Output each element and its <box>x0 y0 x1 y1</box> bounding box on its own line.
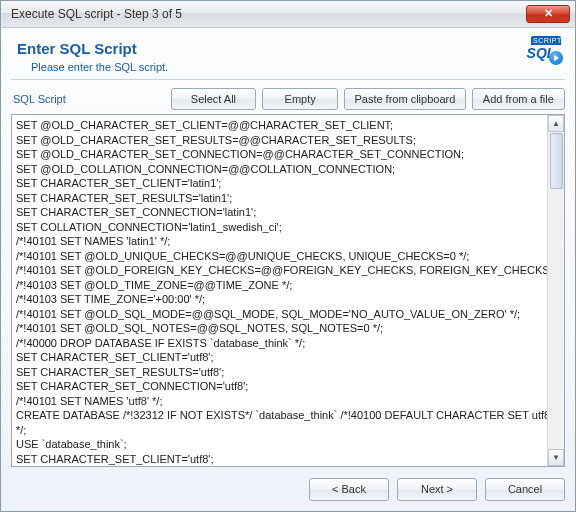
select-all-button[interactable]: Select All <box>171 88 257 110</box>
titlebar[interactable]: Execute SQL script - Step 3 of 5 ✕ <box>0 0 576 28</box>
wizard-header: Enter SQL Script Please enter the SQL sc… <box>11 36 565 80</box>
empty-button[interactable]: Empty <box>262 88 338 110</box>
window-title: Execute SQL script - Step 3 of 5 <box>11 7 526 21</box>
scroll-up-button[interactable]: ▲ <box>548 115 564 132</box>
sql-script-label: SQL Script <box>11 93 165 105</box>
page-subtitle: Please enter the SQL script. <box>31 61 563 73</box>
script-badge-tab: SCRIPT <box>531 36 561 45</box>
back-button[interactable]: < Back <box>309 478 389 501</box>
cancel-button[interactable]: Cancel <box>485 478 565 501</box>
script-badge: SCRIPT SQL <box>521 36 561 61</box>
sql-script-textarea[interactable] <box>12 115 547 466</box>
play-icon <box>549 51 563 65</box>
sql-textarea-container: ▲ ▼ <box>11 114 565 467</box>
scrollbar[interactable]: ▲ ▼ <box>547 115 564 466</box>
script-badge-text: SQL <box>521 45 561 61</box>
close-button[interactable]: ✕ <box>526 5 570 23</box>
close-icon: ✕ <box>544 7 553 19</box>
next-button[interactable]: Next > <box>397 478 477 501</box>
window-body: Enter SQL Script Please enter the SQL sc… <box>0 28 576 512</box>
scroll-down-button[interactable]: ▼ <box>548 449 564 466</box>
scroll-thumb[interactable] <box>550 133 563 189</box>
add-from-file-button[interactable]: Add from a file <box>472 88 565 110</box>
paste-from-clipboard-button[interactable]: Paste from clipboard <box>344 88 466 110</box>
toolbar: SQL Script Select All Empty Paste from c… <box>11 88 565 110</box>
wizard-footer: < Back Next > Cancel <box>11 467 565 501</box>
page-title: Enter SQL Script <box>17 40 563 57</box>
